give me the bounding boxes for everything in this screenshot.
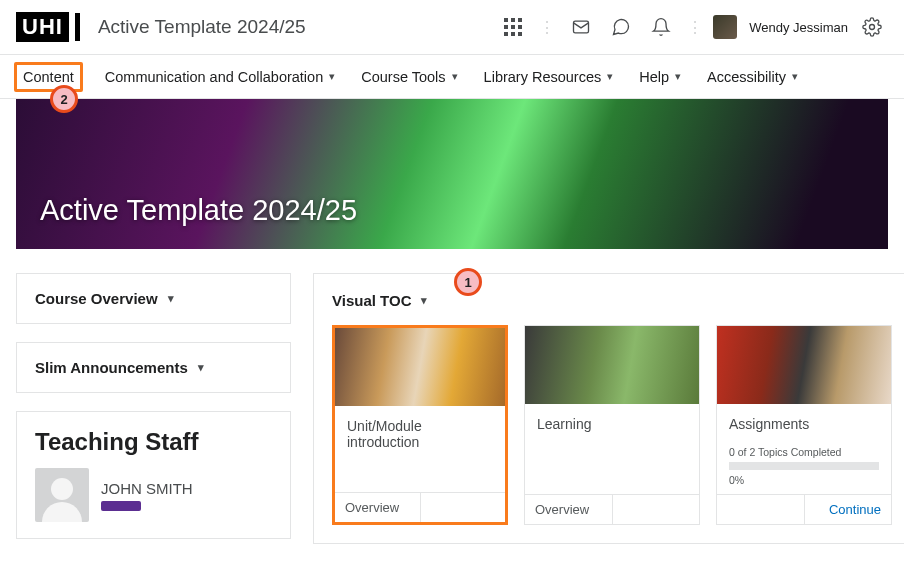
progress-text: 0 of 2 Topics Completed: [729, 446, 879, 458]
widget-title: Course Overview: [35, 290, 158, 307]
card-overview-label: Overview: [535, 502, 589, 517]
app-switcher-icon[interactable]: [497, 11, 529, 43]
card-overview-button[interactable]: Overview: [525, 495, 613, 524]
nav-label: Help: [639, 69, 669, 85]
progress-percent: 0%: [729, 474, 879, 486]
nav-label: Communication and Collaboration: [105, 69, 323, 85]
svg-rect-9: [574, 21, 589, 33]
svg-rect-8: [518, 32, 522, 36]
main-area: Course Overview ▾ Slim Announcements ▾ T…: [0, 249, 904, 544]
card-continue-label: Continue: [829, 502, 881, 517]
slim-announcements-widget[interactable]: Slim Announcements ▾: [16, 342, 291, 393]
visual-toc-dropdown[interactable]: Visual TOC ▾: [332, 292, 892, 309]
svg-point-10: [870, 25, 875, 30]
user-name[interactable]: Wendy Jessiman: [749, 20, 848, 35]
hero-title: Active Template 2024/25: [40, 194, 357, 227]
toc-cards: Unit/Module introduction Overview Learni…: [332, 325, 892, 525]
chevron-down-icon: ▾: [198, 361, 204, 374]
card-thumbnail: [525, 326, 699, 404]
chevron-down-icon: ▾: [792, 70, 798, 83]
topbar-right: ⋮ ⋮ Wendy Jessiman: [497, 11, 888, 43]
svg-rect-6: [504, 32, 508, 36]
card-secondary-cell: [613, 495, 700, 524]
svg-rect-4: [511, 25, 515, 29]
logo[interactable]: UHI: [16, 12, 80, 42]
discussions-icon[interactable]: [605, 11, 637, 43]
svg-rect-0: [504, 18, 508, 22]
toc-label: Visual TOC: [332, 292, 411, 309]
settings-gear-icon[interactable]: [856, 11, 888, 43]
nav-library-resources[interactable]: Library Resources ▾: [480, 65, 618, 89]
header-course-title[interactable]: Active Template 2024/25: [98, 16, 306, 38]
nav-label: Accessibility: [707, 69, 786, 85]
separator: ⋮: [537, 18, 557, 37]
course-overview-widget[interactable]: Course Overview ▾: [16, 273, 291, 324]
staff-name: JOHN SMITH: [101, 480, 193, 497]
svg-rect-5: [518, 25, 522, 29]
messages-icon[interactable]: [565, 11, 597, 43]
nav-accessibility[interactable]: Accessibility ▾: [703, 65, 802, 89]
toc-card-assignments[interactable]: Assignments 0 of 2 Topics Completed 0% C…: [716, 325, 892, 525]
card-thumbnail: [335, 328, 505, 406]
toc-card-learning[interactable]: Learning Overview: [524, 325, 700, 525]
card-secondary-cell: [421, 493, 506, 522]
chevron-down-icon: ▾: [607, 70, 613, 83]
sidebar: Course Overview ▾ Slim Announcements ▾ T…: [16, 273, 291, 544]
annotation-badge-2: 2: [50, 85, 78, 113]
card-title: Unit/Module introduction: [347, 418, 493, 450]
chevron-down-icon: ▾: [675, 70, 681, 83]
nav-communication[interactable]: Communication and Collaboration ▾: [101, 65, 339, 89]
svg-rect-2: [518, 18, 522, 22]
nav-help[interactable]: Help ▾: [635, 65, 685, 89]
course-hero-banner: Active Template 2024/25: [16, 99, 888, 249]
teaching-staff-heading: Teaching Staff: [35, 428, 272, 456]
logo-mark: UHI: [16, 12, 69, 42]
staff-avatar-placeholder-icon: [35, 468, 89, 522]
chevron-down-icon: ▾: [452, 70, 458, 83]
card-thumbnail: [717, 326, 891, 404]
chevron-down-icon: ▾: [329, 70, 335, 83]
annotation-badge-1: 1: [454, 268, 482, 296]
staff-member[interactable]: JOHN SMITH: [35, 468, 272, 522]
card-progress: 0 of 2 Topics Completed 0%: [717, 446, 891, 494]
separator: ⋮: [685, 18, 705, 37]
user-avatar[interactable]: [713, 15, 737, 39]
course-nav: Content Communication and Collaboration …: [0, 55, 904, 99]
chevron-down-icon: ▾: [168, 292, 174, 305]
toc-card-unit-intro[interactable]: Unit/Module introduction Overview: [332, 325, 508, 525]
card-overview-button[interactable]: Overview: [335, 493, 421, 522]
nav-label: Library Resources: [484, 69, 602, 85]
staff-role-badge: [101, 501, 141, 511]
logo-divider: [75, 13, 80, 41]
nav-label: Content: [23, 69, 74, 85]
card-primary-cell: [717, 495, 805, 524]
progress-bar: [729, 462, 879, 470]
card-overview-label: Overview: [345, 500, 399, 515]
top-bar: UHI Active Template 2024/25 ⋮ ⋮ Wendy Je…: [0, 0, 904, 55]
content-widget: 1 Visual TOC ▾ Unit/Module introduction …: [313, 273, 904, 544]
svg-rect-1: [511, 18, 515, 22]
svg-rect-7: [511, 32, 515, 36]
chevron-down-icon: ▾: [421, 294, 427, 307]
card-continue-link[interactable]: Continue: [805, 495, 892, 524]
card-title: Learning: [537, 416, 687, 432]
teaching-staff-widget: Teaching Staff JOHN SMITH: [16, 411, 291, 539]
nav-course-tools[interactable]: Course Tools ▾: [357, 65, 461, 89]
nav-label: Course Tools: [361, 69, 445, 85]
notifications-icon[interactable]: [645, 11, 677, 43]
widget-title: Slim Announcements: [35, 359, 188, 376]
svg-rect-3: [504, 25, 508, 29]
card-title: Assignments: [729, 416, 879, 432]
